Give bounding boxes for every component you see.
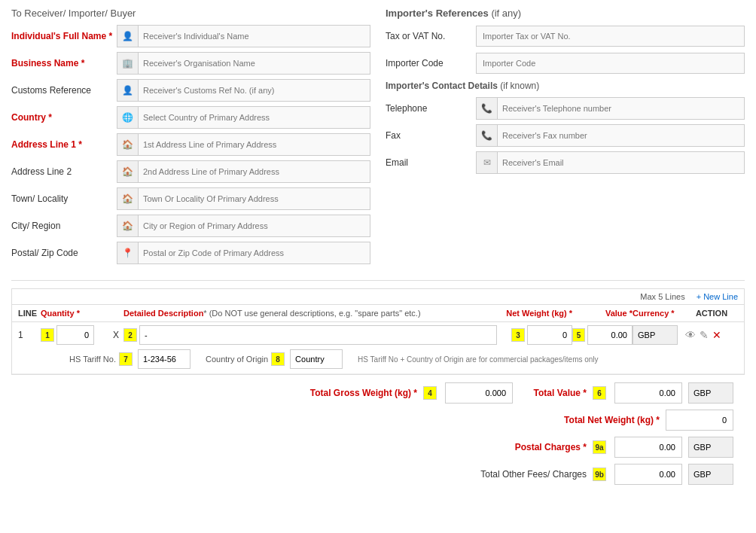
gross-weight-label: Total Gross Weight (kg) * [304, 388, 417, 398]
other-fees-row: Total Other Fees/ Charges 9b [23, 464, 733, 485]
individual-name-row: Individual's Full Name * 👤 [11, 25, 370, 47]
business-name-input-wrapper: 🏢 [117, 52, 370, 75]
address1-row: Address Line 1 * 🏠 [11, 133, 370, 156]
new-line-button[interactable]: + New Line [697, 292, 738, 301]
business-name-input[interactable] [139, 56, 370, 71]
total-value-input[interactable] [614, 382, 682, 404]
person-icon: 👤 [117, 26, 139, 47]
desc-cell: 2 [123, 325, 497, 345]
weight-input[interactable] [527, 325, 572, 345]
importer-code-row: Importer Code [386, 52, 745, 75]
contact-details-header: Importer's Contact Details (if known) [386, 81, 745, 91]
col-value-header: Value * [572, 309, 633, 318]
fax-row: Fax 📞 [386, 124, 745, 147]
desc-input[interactable] [139, 325, 497, 345]
town-input-wrapper: 🏠 [117, 187, 370, 210]
country-origin-label: Country of Origin [206, 355, 268, 364]
postal-charges-row: Postal Charges * 9a [23, 437, 733, 458]
email-icon: ✉ [477, 152, 498, 173]
city-input-wrapper: 🏠 [117, 215, 370, 237]
qty-badge: 1 [41, 328, 54, 342]
col-line-header: LINE [18, 309, 41, 318]
individual-name-input[interactable] [139, 29, 370, 44]
fax-icon: 📞 [477, 125, 498, 146]
col-currency-header: Currency * [633, 309, 685, 318]
postal-charges-input[interactable] [614, 437, 682, 458]
x-separator: X [108, 330, 123, 340]
max-lines-label: Max 5 Lines [640, 292, 684, 301]
customs-ref-input-wrapper: 👤 [117, 79, 370, 102]
tax-vat-row: Tax or VAT No. [386, 25, 745, 47]
home3-icon: 🏠 [117, 188, 139, 209]
address1-input-wrapper: 🏠 [117, 133, 370, 156]
to-receiver-header: To Receiver/ Importer/ Buyer [11, 8, 370, 19]
view-icon[interactable]: 👁 [685, 329, 696, 341]
address1-input[interactable] [139, 137, 370, 152]
pin-icon: 📍 [117, 242, 139, 263]
business-name-row: Business Name * 🏢 [11, 52, 370, 75]
value-cell: 5 [572, 325, 633, 345]
col-qty-header: Quantity * [41, 309, 108, 318]
other-fees-currency[interactable] [688, 464, 733, 485]
tax-vat-input[interactable] [476, 26, 745, 47]
total-value-label: Total Value * [519, 388, 587, 398]
importer-code-input[interactable] [476, 53, 745, 74]
other-fees-input[interactable] [614, 464, 682, 485]
individual-name-label: Individual's Full Name * [11, 31, 117, 41]
currency-input[interactable] [633, 325, 678, 345]
address1-label: Address Line 1 * [11, 139, 117, 150]
telephone-label: Telephone [386, 103, 476, 114]
town-input[interactable] [139, 191, 370, 206]
telephone-input[interactable] [498, 101, 744, 116]
customs-ref-row: Customs Reference 👤 [11, 79, 370, 102]
customs-ref-label: Customs Reference [11, 85, 117, 96]
city-row: City/ Region 🏠 [11, 215, 370, 237]
country-input[interactable] [139, 110, 370, 125]
email-input[interactable] [498, 155, 744, 170]
weight-badge: 3 [511, 328, 525, 342]
address2-label: Address Line 2 [11, 166, 117, 177]
country-input-wrapper: 🌐 [117, 106, 370, 129]
home2-icon: 🏠 [117, 161, 139, 182]
importer-code-label: Importer Code [386, 58, 476, 69]
country-origin-input[interactable] [290, 349, 343, 369]
net-weight-input[interactable] [666, 410, 733, 431]
hs-badge: 7 [119, 352, 133, 366]
postal-input[interactable] [139, 245, 370, 260]
table-row-sub: HS Tariff No. 7 Country of Origin 8 HS T… [12, 348, 744, 374]
person2-icon: 👤 [117, 80, 139, 101]
importers-ref-header: Importer's References (if any) [386, 8, 745, 19]
fax-input[interactable] [498, 128, 744, 143]
table-row: 1 1 X 2 3 5 👁 [12, 322, 744, 348]
gross-weight-input[interactable] [445, 382, 513, 404]
col-desc-header: Detailed Description* (Do NOT use genera… [123, 309, 497, 318]
value-input[interactable] [587, 325, 633, 345]
telephone-input-wrapper: 📞 [476, 97, 745, 120]
globe-icon: 🌐 [117, 107, 139, 128]
address2-row: Address Line 2 🏠 [11, 160, 370, 183]
action-icons: 👁 ✎ ✕ [685, 329, 738, 341]
hs-tariff-input[interactable] [138, 349, 191, 369]
building-icon: 🏢 [117, 53, 139, 74]
postal-input-wrapper: 📍 [117, 242, 370, 264]
customs-ref-input[interactable] [139, 83, 370, 98]
qty-input[interactable] [56, 325, 94, 345]
email-input-wrapper: ✉ [476, 151, 745, 174]
country-origin-block: Country of Origin 8 [206, 349, 343, 369]
table-header: LINE Quantity * Detailed Description* (D… [12, 305, 744, 322]
fax-label: Fax [386, 130, 476, 141]
city-input[interactable] [139, 218, 370, 233]
other-fees-label: Total Other Fees/ Charges [474, 469, 587, 480]
postal-row: Postal/ Zip Code 📍 [11, 242, 370, 264]
delete-icon[interactable]: ✕ [712, 329, 721, 341]
town-row: Town/ Locality 🏠 [11, 187, 370, 210]
tax-vat-label: Tax or VAT No. [386, 31, 476, 41]
total-value-currency[interactable] [688, 382, 733, 404]
edit-icon[interactable]: ✎ [700, 329, 709, 341]
currency-cell [633, 325, 685, 345]
weight-cell: 3 [497, 325, 572, 345]
postal-charges-currency[interactable] [688, 437, 733, 458]
address2-input[interactable] [139, 164, 370, 179]
col-action-header: ACTION [685, 309, 738, 318]
hs-note: HS Tariff No + Country of Origin are for… [358, 355, 598, 364]
